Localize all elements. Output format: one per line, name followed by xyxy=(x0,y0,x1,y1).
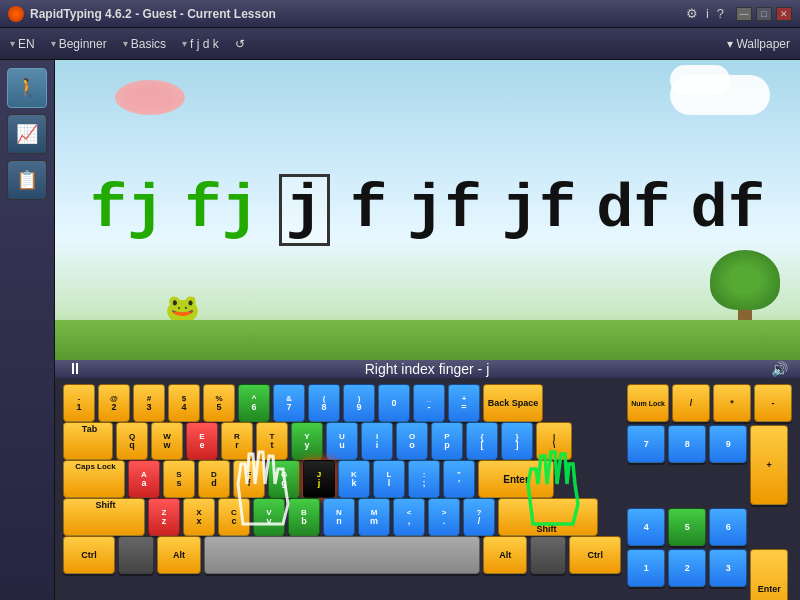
key-a[interactable]: Aa xyxy=(128,460,160,498)
maximize-button[interactable]: □ xyxy=(756,7,772,21)
key-x[interactable]: Xx xyxy=(183,498,215,536)
key-fn[interactable] xyxy=(118,536,154,574)
key-j[interactable]: Jj xyxy=(303,460,335,498)
key-c[interactable]: Cc xyxy=(218,498,250,536)
key-num5[interactable]: 5 xyxy=(668,508,706,546)
key-m[interactable]: Mm xyxy=(358,498,390,536)
volume-icon[interactable]: 🔊 xyxy=(771,361,788,377)
key-comma[interactable]: <, xyxy=(393,498,425,536)
key-q[interactable]: Qq xyxy=(116,422,148,460)
qwerty-row: Tab Qq Ww Ee Rr Tt Yy Uu Ii Oo Pp {[ }] … xyxy=(63,422,621,460)
key-p[interactable]: Pp xyxy=(431,422,463,460)
key-d[interactable]: Dd xyxy=(198,460,230,498)
pause-button[interactable]: ⏸ xyxy=(67,360,83,378)
language-menu[interactable]: ▾ EN xyxy=(10,37,35,51)
key-backslash[interactable]: |\ xyxy=(536,422,572,460)
tree xyxy=(710,250,780,330)
key-equals[interactable]: += xyxy=(448,384,480,422)
level-menu[interactable]: ▾ Beginner xyxy=(51,37,107,51)
key-minus[interactable]: -1 xyxy=(63,384,95,422)
key-dash[interactable]: _- xyxy=(413,384,445,422)
key-num2[interactable]: 2 xyxy=(668,549,706,587)
lesson-menu[interactable]: ▾ f j d k xyxy=(182,37,219,51)
help-icon[interactable]: ? xyxy=(717,6,724,21)
key-num-plus[interactable]: + xyxy=(750,425,788,505)
key-i[interactable]: Ii xyxy=(361,422,393,460)
key-7[interactable]: &7 xyxy=(273,384,305,422)
char-df-2: df xyxy=(691,179,765,241)
key-shift-right[interactable]: Shift xyxy=(498,498,598,536)
key-5[interactable]: %5 xyxy=(203,384,235,422)
key-b[interactable]: Bb xyxy=(288,498,320,536)
sidebar-lesson-btn[interactable]: 🚶 xyxy=(7,68,47,108)
key-semicolon[interactable]: :; xyxy=(408,460,440,498)
key-num-enter[interactable]: Enter xyxy=(750,549,788,600)
key-numlock[interactable]: Num Lock xyxy=(627,384,669,422)
refresh-button[interactable]: ↺ xyxy=(235,37,245,51)
settings-icon[interactable]: ⚙ xyxy=(686,6,698,21)
key-z[interactable]: Zz xyxy=(148,498,180,536)
key-win[interactable] xyxy=(530,536,566,574)
key-s[interactable]: Ss xyxy=(163,460,195,498)
key-e[interactable]: Ee xyxy=(186,422,218,460)
key-backspace[interactable]: Back Space xyxy=(483,384,543,422)
key-3[interactable]: #3 xyxy=(133,384,165,422)
key-num1[interactable]: 1 xyxy=(627,549,665,587)
home-row: Caps Lock Aa Ss Dd Ff Gg Jj Kk Ll :; "' … xyxy=(63,460,621,498)
key-alt-right[interactable]: Alt xyxy=(483,536,527,574)
key-num3[interactable]: 3 xyxy=(709,549,747,587)
wallpaper-menu[interactable]: ▾ Wallpaper xyxy=(727,37,790,51)
key-tab[interactable]: Tab xyxy=(63,422,113,460)
sidebar-stats-btn[interactable]: 📈 xyxy=(7,114,47,154)
key-num-multiply[interactable]: * xyxy=(713,384,751,422)
key-alt-left[interactable]: Alt xyxy=(157,536,201,574)
key-n[interactable]: Nn xyxy=(323,498,355,536)
char-df-1: df xyxy=(596,179,670,241)
close-button[interactable]: ✕ xyxy=(776,7,792,21)
key-v[interactable]: Vv xyxy=(253,498,285,536)
sidebar-abc-btn[interactable]: 📋 xyxy=(7,160,47,200)
key-ctrl-left[interactable]: Ctrl xyxy=(63,536,115,574)
key-t[interactable]: Tt xyxy=(256,422,288,460)
key-o[interactable]: Oo xyxy=(396,422,428,460)
key-6[interactable]: ^6 xyxy=(238,384,270,422)
stats-icon: 📈 xyxy=(16,123,38,145)
key-y[interactable]: Yy xyxy=(291,422,323,460)
key-9[interactable]: )9 xyxy=(343,384,375,422)
key-capslock[interactable]: Caps Lock xyxy=(63,460,125,498)
key-r[interactable]: Rr xyxy=(221,422,253,460)
key-lbracket[interactable]: {[ xyxy=(466,422,498,460)
key-num6[interactable]: 6 xyxy=(709,508,747,546)
key-rbracket[interactable]: }] xyxy=(501,422,533,460)
key-space[interactable] xyxy=(204,536,480,574)
key-l[interactable]: Ll xyxy=(373,460,405,498)
key-num4[interactable]: 4 xyxy=(627,508,665,546)
lesson-icon: 🚶 xyxy=(16,77,38,99)
keyboard-wrapper: -1 @2 #3 $4 %5 ^6 &7 (8 )9 0 _- += Back … xyxy=(63,384,792,600)
minimize-button[interactable]: — xyxy=(736,7,752,21)
char-jf-2: jf xyxy=(502,179,576,241)
key-g[interactable]: Gg xyxy=(268,460,300,498)
key-enter[interactable]: Enter xyxy=(478,460,554,498)
info-icon[interactable]: i xyxy=(706,6,709,21)
key-period[interactable]: >. xyxy=(428,498,460,536)
key-slash[interactable]: ?/ xyxy=(463,498,495,536)
lesson-set-menu[interactable]: ▾ Basics xyxy=(123,37,166,51)
refresh-icon: ↺ xyxy=(235,37,245,51)
key-w[interactable]: Ww xyxy=(151,422,183,460)
key-4[interactable]: $4 xyxy=(168,384,200,422)
key-u[interactable]: Uu xyxy=(326,422,358,460)
key-num7[interactable]: 7 xyxy=(627,425,665,463)
key-shift-left[interactable]: Shift xyxy=(63,498,145,536)
key-2[interactable]: @2 xyxy=(98,384,130,422)
key-quote[interactable]: "' xyxy=(443,460,475,498)
key-num9[interactable]: 9 xyxy=(709,425,747,463)
key-ctrl-right[interactable]: Ctrl xyxy=(569,536,621,574)
key-0[interactable]: 0 xyxy=(378,384,410,422)
key-num-divide[interactable]: / xyxy=(672,384,710,422)
key-f[interactable]: Ff xyxy=(233,460,265,498)
key-k[interactable]: Kk xyxy=(338,460,370,498)
key-num-minus[interactable]: - xyxy=(754,384,792,422)
key-num8[interactable]: 8 xyxy=(668,425,706,463)
key-8[interactable]: (8 xyxy=(308,384,340,422)
